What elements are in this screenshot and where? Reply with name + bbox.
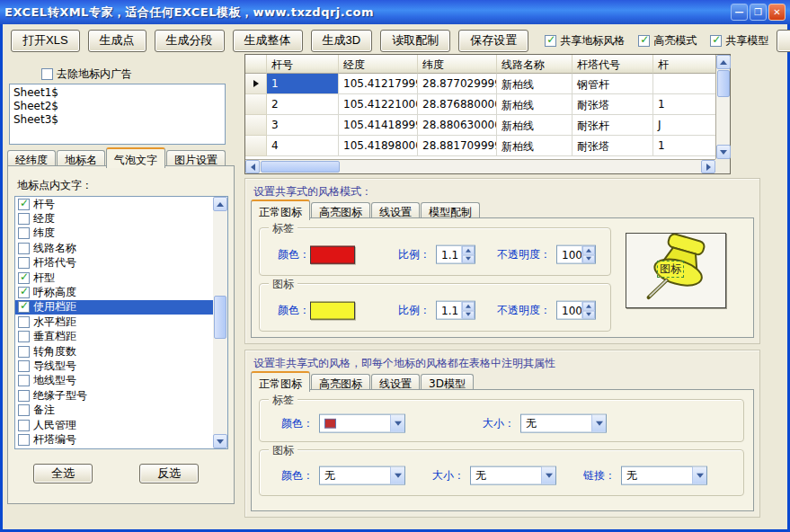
icon-link-combo[interactable]: 无: [621, 466, 707, 485]
table-row[interactable]: 1 105.41217999 ... 28.877029999 ... 新柏线 …: [245, 74, 730, 94]
spin-up-icon[interactable]: [582, 246, 595, 255]
field-item[interactable]: 呼称高度: [15, 285, 213, 299]
field-item[interactable]: 杆号: [15, 197, 213, 211]
invert-selection-button[interactable]: 反选: [139, 464, 199, 483]
table-cell[interactable]: 新柏线: [497, 94, 573, 115]
share-style-checkbox[interactable]: 共享地标风格: [545, 33, 625, 49]
field-item[interactable]: 使用档距: [15, 300, 213, 315]
spin-up-icon[interactable]: [582, 302, 595, 311]
checkbox-icon[interactable]: [18, 301, 30, 313]
field-item[interactable]: 杆塔编号: [15, 432, 213, 447]
table-cell[interactable]: 耐张塔: [573, 136, 653, 156]
generate-segments-button[interactable]: 生成分段: [155, 30, 225, 52]
scrollbar-thumb[interactable]: [214, 296, 226, 339]
checkbox-icon[interactable]: [18, 434, 30, 446]
label-size-combo[interactable]: 无: [520, 414, 607, 433]
checkbox-icon[interactable]: [18, 316, 30, 328]
column-header[interactable]: 线路名称: [497, 55, 573, 74]
scroll-down-icon[interactable]: [213, 434, 227, 448]
icon-color-swatch[interactable]: [310, 301, 355, 319]
spin-down-icon[interactable]: [462, 310, 475, 319]
field-item[interactable]: 水平档距: [15, 315, 213, 329]
field-item[interactable]: 垂直档距: [15, 330, 213, 344]
field-item[interactable]: 人民管理: [15, 418, 213, 432]
table-row[interactable]: 3 105.41418999 ... 28.880630000 ... 新柏线 …: [245, 115, 730, 136]
checkbox-icon[interactable]: [18, 360, 30, 372]
table-row[interactable]: 2 105.41221000 ... 28.876880000 ... 新柏线 …: [245, 94, 730, 115]
tab-bubble-text[interactable]: 气泡文字: [106, 147, 165, 168]
checkbox-icon[interactable]: [18, 404, 30, 416]
row-header[interactable]: [245, 136, 267, 156]
table-cell[interactable]: 1: [653, 94, 715, 115]
select-all-button[interactable]: 全选: [33, 464, 93, 483]
table-row[interactable]: 4 105.41898000 ... 28.881709999 ... 新柏线 …: [245, 136, 730, 156]
column-header[interactable]: 杆号: [267, 55, 339, 74]
generate-3d-button[interactable]: 生成3D: [311, 30, 373, 52]
checkbox-icon[interactable]: [18, 287, 30, 298]
icon-size-combo[interactable]: 无: [470, 466, 556, 485]
checkbox-icon[interactable]: [41, 68, 53, 80]
column-header[interactable]: 杆: [653, 55, 715, 74]
checkbox-icon[interactable]: [18, 420, 30, 431]
table-cell[interactable]: 新柏线: [497, 136, 573, 156]
table-cell[interactable]: 28.881709999 ...: [418, 136, 497, 156]
close-button[interactable]: ✕: [768, 4, 786, 21]
table-cell[interactable]: 耐张杆: [573, 115, 653, 136]
sheet-list[interactable]: Sheet1$ Sheet2$ Sheet3$: [9, 84, 226, 145]
chevron-down-icon[interactable]: [390, 415, 404, 432]
checkbox-icon[interactable]: [638, 35, 650, 47]
checkbox-icon[interactable]: [18, 390, 30, 402]
generate-whole-button[interactable]: 生成整体: [233, 30, 303, 52]
scroll-up-icon[interactable]: [716, 55, 731, 69]
table-cell[interactable]: 105.41418999 ...: [339, 115, 418, 136]
field-item[interactable]: 转角度数: [15, 344, 213, 359]
checkbox-icon[interactable]: [545, 35, 556, 47]
checkbox-icon[interactable]: [18, 213, 30, 225]
scroll-up-icon[interactable]: [213, 197, 227, 211]
row-header[interactable]: [245, 74, 267, 94]
table-cell[interactable]: 105.41221000 ...: [339, 94, 418, 115]
open-xls-button[interactable]: 打开XLS: [11, 30, 80, 52]
scrollbar-thumb[interactable]: [261, 161, 340, 173]
scrollbar-thumb[interactable]: [717, 70, 730, 97]
label-scale-spinner[interactable]: 1.1: [436, 245, 475, 264]
label-color-swatch[interactable]: [310, 245, 355, 263]
sheet-item[interactable]: Sheet3$: [13, 113, 221, 127]
generate-points-button[interactable]: 生成点: [88, 30, 146, 52]
chevron-down-icon[interactable]: [591, 415, 606, 432]
share-model-checkbox[interactable]: 共享模型: [710, 33, 768, 49]
field-item[interactable]: 地线型号: [15, 374, 213, 388]
table-cell[interactable]: 新柏线: [497, 74, 573, 94]
label-opacity-spinner[interactable]: 100: [556, 245, 596, 264]
spin-up-icon[interactable]: [462, 302, 475, 311]
scroll-left-icon[interactable]: [245, 160, 260, 173]
checklist-scrollbar[interactable]: [213, 197, 227, 448]
checkbox-icon[interactable]: [18, 257, 30, 269]
sheet-item[interactable]: Sheet2$: [13, 100, 221, 113]
table-cell[interactable]: J: [653, 115, 715, 136]
table-cell[interactable]: 钢管杆: [573, 74, 653, 94]
field-item[interactable]: 导线型号: [15, 359, 213, 373]
table-cell[interactable]: 2: [267, 94, 339, 115]
table-cell[interactable]: 1: [653, 136, 715, 156]
checkbox-icon[interactable]: [18, 227, 30, 239]
field-item[interactable]: 绝缘子型号: [15, 388, 213, 403]
field-item[interactable]: 杆型: [15, 270, 213, 285]
checkbox-icon[interactable]: [18, 272, 30, 284]
table-cell[interactable]: 4: [267, 136, 339, 156]
remove-ad-checkbox[interactable]: 去除地标内广告: [41, 66, 132, 82]
table-vertical-scrollbar[interactable]: [715, 55, 730, 159]
scroll-down-icon[interactable]: [716, 145, 731, 159]
save-settings-button[interactable]: 保存设置: [458, 30, 528, 52]
read-config-button[interactable]: 读取配制: [380, 30, 450, 52]
checkbox-icon[interactable]: [18, 346, 30, 358]
highlight-mode-checkbox[interactable]: 高亮模式: [638, 33, 697, 49]
maximize-button[interactable]: ❐: [750, 4, 767, 21]
field-checklist[interactable]: 杆号 经度 纬度 线路名称 杆塔代号 杆型 呼称高度 使用档距 水平档距 垂直档…: [14, 196, 228, 449]
table-cell[interactable]: 28.877029999 ...: [418, 74, 497, 94]
tab-normal-icon[interactable]: 正常图标: [251, 371, 310, 392]
checkbox-icon[interactable]: [18, 199, 30, 210]
label-color-combo[interactable]: [319, 414, 405, 433]
table-cell[interactable]: [653, 74, 715, 94]
column-header[interactable]: 纬度: [418, 55, 497, 74]
